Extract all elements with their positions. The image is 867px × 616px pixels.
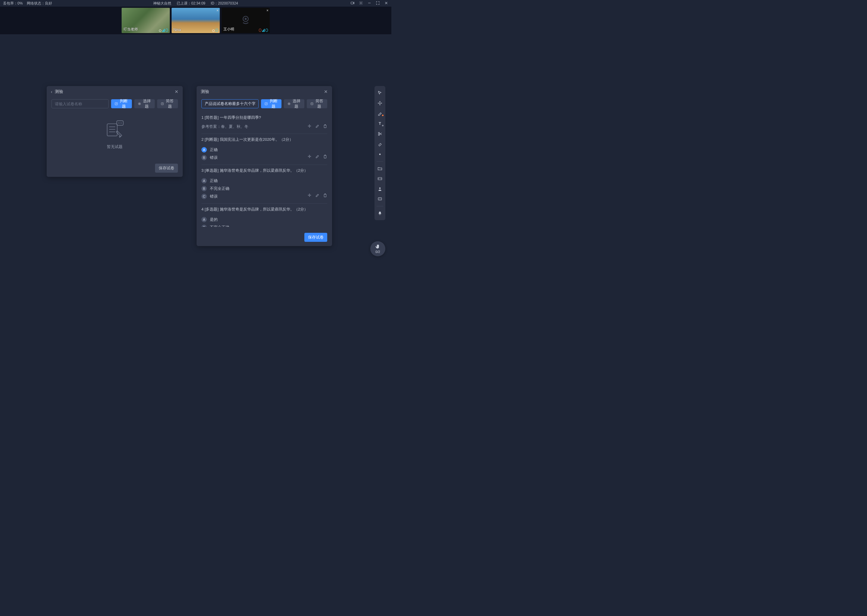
- choice-question-button[interactable]: 选择题: [134, 99, 155, 108]
- svg-text:T: T: [379, 121, 381, 126]
- participant-name: Nina: [173, 28, 181, 32]
- participants-tool-icon[interactable]: [375, 184, 385, 193]
- option-bubble: A: [202, 178, 207, 184]
- signal-icon: [212, 30, 214, 32]
- close-icon[interactable]: ✕: [324, 89, 328, 94]
- delete-icon[interactable]: [323, 124, 327, 128]
- question-option[interactable]: A 正确: [202, 178, 218, 184]
- quiz-panel-filled: 测验 ✕ 判断题 选择题 T 简答题 1 [简答题] 一年四季分别是哪四季?参: [197, 86, 332, 246]
- eraser-tool-icon[interactable]: [375, 140, 385, 149]
- text-tool-icon[interactable]: T: [375, 119, 385, 128]
- mic-icon: [216, 28, 218, 32]
- media-tool-icon[interactable]: [375, 174, 385, 183]
- quiz-name-input[interactable]: [202, 99, 259, 108]
- pen-tool-icon[interactable]: [375, 109, 385, 118]
- judge-question-button[interactable]: 判断题: [111, 99, 132, 108]
- delete-icon[interactable]: [323, 193, 327, 197]
- top-status-bar: 丢包率：0% 网络状态：良好 神秘大自然 已上课：02:34:09 ID：202…: [0, 0, 391, 6]
- option-text: 正确: [210, 147, 218, 152]
- svg-point-38: [380, 198, 381, 199]
- option-text: 错误: [210, 155, 218, 160]
- short-answer-button[interactable]: T 简答题: [307, 99, 327, 108]
- fullscreen-icon[interactable]: [376, 1, 380, 6]
- close-icon[interactable]: ×: [266, 8, 268, 13]
- option-text: 错误: [210, 194, 218, 199]
- signal-icon: [159, 30, 161, 32]
- question-option[interactable]: A 正确: [202, 147, 218, 152]
- judge-question-button[interactable]: 判断题: [261, 99, 282, 108]
- question-heading: 2 [判断题] 我国宪法上一次更新是在2020年。（2分）: [202, 137, 327, 142]
- video-tile-teacher[interactable]: 叮当老师: [121, 8, 170, 33]
- video-strip: 叮当老师 × Nina × 王小明: [0, 6, 391, 34]
- option-text: 不完全正确: [210, 186, 229, 191]
- cursor-tool-icon[interactable]: [375, 88, 385, 97]
- question-item: 3 [单选题] 施华洛世奇是反华品牌，所以梁鼎琪反华。（2分） A 正确 B 不…: [202, 165, 327, 204]
- panel-title: 测验: [55, 89, 63, 94]
- svg-point-33: [380, 178, 381, 179]
- choice-question-button[interactable]: 选择题: [284, 99, 304, 108]
- svg-point-18: [120, 123, 120, 124]
- scissors-tool-icon[interactable]: [375, 129, 385, 138]
- close-icon[interactable]: ✕: [175, 89, 178, 94]
- chat-tool-icon[interactable]: [375, 195, 385, 204]
- edit-icon[interactable]: [315, 124, 319, 128]
- folder-tool-icon[interactable]: [375, 164, 385, 173]
- svg-line-28: [379, 133, 381, 135]
- laser-tool-icon[interactable]: [375, 150, 385, 159]
- svg-text:T: T: [312, 103, 313, 105]
- move-icon[interactable]: [307, 193, 312, 197]
- svg-rect-12: [107, 124, 117, 136]
- svg-point-17: [118, 123, 119, 124]
- close-window-icon[interactable]: [384, 1, 388, 6]
- quiz-name-input[interactable]: [52, 99, 109, 108]
- minimize-icon[interactable]: [367, 1, 372, 6]
- svg-rect-31: [378, 178, 382, 180]
- quiz-panel-empty: ‹ 测验 ✕ 判断题 选择题 T 简答题: [47, 86, 183, 177]
- course-title: 神秘大自然: [153, 1, 171, 6]
- svg-rect-0: [351, 2, 353, 4]
- question-actions: [307, 193, 327, 197]
- edit-icon[interactable]: [315, 154, 319, 159]
- question-item: 2 [判断题] 我国宪法上一次更新是在2020年。（2分） A 正确 B 错误: [202, 134, 327, 165]
- session-id-label: ID：2020070324: [211, 1, 238, 6]
- svg-point-6: [245, 18, 247, 20]
- delete-icon[interactable]: [323, 154, 327, 159]
- close-icon[interactable]: ×: [216, 8, 219, 13]
- option-bubble: C: [202, 194, 207, 199]
- save-quiz-button[interactable]: 保存试卷: [304, 233, 327, 242]
- bell-tool-icon[interactable]: [375, 209, 385, 218]
- back-icon[interactable]: ‹: [51, 90, 52, 94]
- svg-point-9: [139, 103, 140, 104]
- save-quiz-button[interactable]: 保存试卷: [155, 163, 178, 173]
- question-heading: 4 [多选题] 施华洛世奇是反华品牌，所以梁鼎琪反华。（2分）: [202, 207, 327, 212]
- question-actions: [307, 154, 327, 159]
- move-tool-icon[interactable]: [375, 99, 385, 108]
- hand-icon: [375, 244, 380, 249]
- edit-icon[interactable]: [315, 193, 319, 197]
- move-icon[interactable]: [307, 124, 312, 128]
- question-list[interactable]: 1 [简答题] 一年四季分别是哪四季?参考答案：春、夏、秋、冬 2 [判断题] …: [202, 112, 329, 227]
- question-option[interactable]: B 错误: [202, 155, 218, 160]
- question-option[interactable]: B 不完全正确: [202, 186, 229, 191]
- question-item: 4 [多选题] 施华洛世奇是反华品牌，所以梁鼎琪反华。（2分） A 是的 B 不…: [202, 204, 327, 227]
- svg-point-30: [379, 154, 381, 155]
- svg-line-29: [379, 133, 381, 135]
- participant-name: 叮当老师: [123, 27, 138, 32]
- question-option[interactable]: B 不完全正确: [202, 225, 229, 227]
- question-item: 1 [简答题] 一年四季分别是哪四季?参考答案：春、夏、秋、冬: [202, 112, 327, 134]
- settings-icon[interactable]: [359, 1, 363, 6]
- question-option[interactable]: A 是的: [202, 217, 218, 222]
- short-answer-button[interactable]: T 简答题: [157, 99, 178, 108]
- question-option[interactable]: C 错误: [202, 194, 218, 199]
- hand-raise-badge[interactable]: 0/2: [370, 241, 385, 256]
- svg-point-32: [379, 178, 379, 179]
- svg-point-36: [379, 198, 380, 199]
- option-text: 是的: [210, 217, 218, 222]
- move-icon[interactable]: [307, 154, 312, 159]
- video-tile-student[interactable]: × 王小明: [222, 8, 270, 33]
- option-bubble: B: [202, 186, 207, 191]
- record-icon[interactable]: [350, 1, 355, 6]
- video-tile-student[interactable]: × Nina: [172, 8, 220, 33]
- mic-icon: [166, 28, 168, 32]
- elapsed-time-label: 已上课：02:34:09: [177, 1, 205, 6]
